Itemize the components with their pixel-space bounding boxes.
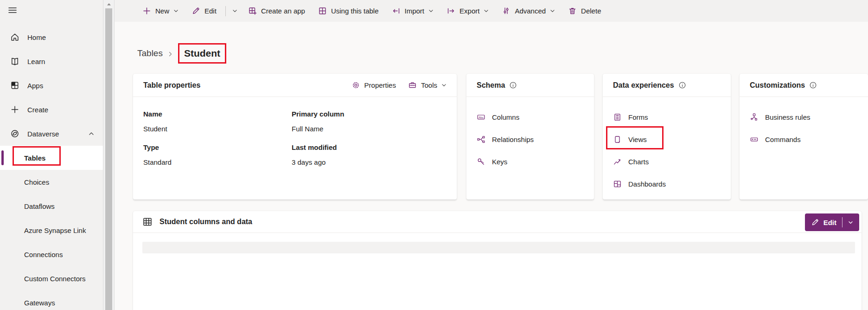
new-label: New (155, 7, 169, 15)
data-experiences-item-views[interactable]: Views (613, 128, 721, 150)
sidebar-item-custom-connectors[interactable]: Custom Connectors (0, 266, 103, 291)
chevron-right-icon (167, 51, 173, 57)
apps-grid-icon (10, 81, 19, 90)
scroll-up-button[interactable] (103, 0, 114, 8)
table-properties-fields: Name Student Primary column Full Name Ty… (133, 97, 457, 180)
create-an-app-button[interactable]: Create an app (243, 3, 310, 19)
breadcrumb-current highlight-box-student: Student (178, 43, 226, 64)
content-area: Tables Student Table properties Prope (115, 22, 868, 310)
sidebar-item-gateways[interactable]: Gateways (0, 291, 103, 310)
home-icon (10, 32, 19, 42)
dashboards-icon (613, 180, 622, 188)
field-type: Type Standard (143, 142, 292, 168)
field-value: 3 days ago (292, 156, 447, 168)
schema-card: Schema Abc Columns (466, 74, 594, 200)
edit-button-label: Edit (823, 219, 836, 226)
loading-placeholder-bar (142, 242, 855, 253)
data-experiences-item-forms[interactable]: Forms (613, 106, 721, 128)
sidebar-item-dataverse[interactable]: Dataverse (0, 122, 103, 146)
customizations-header: Customizations (740, 74, 868, 97)
card-title: Table properties (143, 81, 200, 90)
customizations-list: Business rules Commands (740, 97, 868, 150)
export-button[interactable]: Export (441, 3, 494, 19)
delete-label: Delete (581, 7, 601, 15)
sidebar-item-apps[interactable]: Apps (0, 73, 103, 97)
card-actions: Properties Tools (351, 81, 447, 90)
schema-item-columns[interactable]: Abc Columns (477, 106, 584, 128)
edit-button[interactable]: Edit (805, 213, 859, 231)
svg-text:Abc: Abc (479, 115, 484, 118)
selected-indicator (1, 150, 4, 165)
field-label: Type (143, 142, 292, 154)
schema-item-keys[interactable]: Keys (477, 150, 584, 173)
breadcrumb: Tables Student (137, 43, 226, 64)
customizations-item-business-rules[interactable]: Business rules (750, 106, 858, 128)
info-icon[interactable] (809, 81, 817, 89)
sidebar-item-azure-synapse-link[interactable]: Azure Synapse Link (0, 218, 103, 242)
sidebar-item-label: Create (27, 106, 48, 114)
sidebar-item-dataflows[interactable]: Dataflows (0, 194, 103, 218)
field-label: Primary column (292, 108, 447, 120)
pencil-icon (191, 6, 200, 15)
plus-icon (10, 105, 19, 114)
sidebar-item-learn[interactable]: Learn (0, 49, 103, 73)
edit-button-toolbar[interactable]: Edit (186, 3, 222, 19)
sidebar-nav: Home Learn Apps Create (0, 25, 103, 310)
hamburger-menu-button[interactable] (0, 0, 103, 22)
sidebar-item-label: Tables (24, 154, 45, 162)
field-label: Last modified (292, 142, 447, 154)
info-icon[interactable] (678, 81, 686, 89)
sidebar-item-connections[interactable]: Connections (0, 242, 103, 266)
forms-icon (613, 113, 622, 122)
data-experiences-item-dashboards[interactable]: Dashboards (613, 173, 721, 195)
sidebar-item-label: Home (27, 33, 46, 41)
chevron-down-icon (428, 8, 434, 13)
import-button[interactable]: Import (387, 3, 439, 19)
data-experiences-item-label: Dashboards (628, 180, 666, 188)
using-this-table-label: Using this table (331, 7, 379, 15)
data-grid-title: Student columns and data (160, 218, 252, 226)
sidebar-item-home[interactable]: Home (0, 25, 103, 49)
sidebar-scrollbar[interactable] (103, 0, 115, 310)
scrollbar-thumb[interactable] (105, 8, 112, 310)
properties-button[interactable]: Properties (351, 81, 396, 90)
sidebar-item-tables[interactable]: Tables (0, 146, 103, 170)
sidebar-item-create[interactable]: Create (0, 97, 103, 122)
sidebar-item-label: Dataverse (27, 130, 59, 138)
data-experiences-item-label: Forms (628, 113, 648, 121)
data-experiences-card: Data experiences Forms (603, 74, 731, 200)
data-experiences-header: Data experiences (603, 74, 731, 97)
sidebar-item-choices[interactable]: Choices (0, 170, 103, 194)
customizations-item-label: Business rules (765, 113, 811, 121)
using-this-table-button[interactable]: Using this table (313, 3, 384, 19)
data-experiences-item-charts[interactable]: Charts (613, 150, 721, 173)
advanced-button[interactable]: Advanced (497, 3, 560, 19)
book-icon (10, 57, 19, 66)
tools-button[interactable]: Tools (408, 81, 447, 90)
sidebar-item-label: Custom Connectors (24, 275, 86, 283)
table-icon (142, 217, 153, 227)
chevron-down-icon (441, 83, 447, 88)
field-value: Standard (143, 156, 292, 168)
new-button[interactable]: New (137, 3, 184, 19)
delete-button[interactable]: Delete (563, 3, 606, 19)
breadcrumb-tables-link[interactable]: Tables (137, 48, 163, 58)
edit-dropdown-button[interactable] (230, 3, 240, 19)
import-arrow-icon (392, 6, 401, 15)
schema-header: Schema (466, 74, 594, 97)
info-icon[interactable] (509, 81, 517, 89)
field-label: Name (143, 108, 292, 120)
sidebar-item-label: Connections (24, 251, 63, 258)
views-page-icon (613, 135, 622, 144)
table-properties-card: Table properties Properties (133, 74, 457, 200)
chevron-down-icon (550, 8, 555, 13)
customizations-item-label: Commands (765, 136, 801, 143)
commands-icon (750, 135, 759, 144)
field-primary-column: Primary column Full Name (292, 108, 447, 135)
schema-item-relationships[interactable]: Relationships (477, 128, 584, 150)
options-sliders-icon (502, 6, 511, 15)
chevron-down-icon[interactable] (848, 220, 853, 225)
columns-abc-icon: Abc (477, 113, 485, 122)
data-grid-card: Student columns and data Edit (133, 211, 862, 310)
customizations-item-commands[interactable]: Commands (750, 128, 858, 150)
